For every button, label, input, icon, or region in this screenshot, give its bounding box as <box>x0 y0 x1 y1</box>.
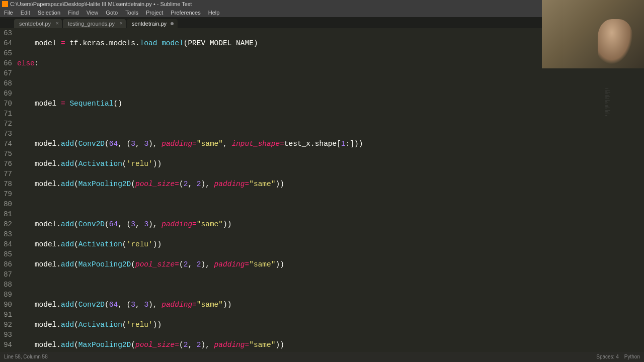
line-number: 78 <box>2 179 12 189</box>
line-number: 92 <box>2 320 12 330</box>
line-number: 89 <box>2 290 12 300</box>
status-bar: Line 58, Column 58 Spaces: 4 Python <box>0 352 644 362</box>
line-number-gutter: 6364656667686970717273747576777879808182… <box>0 28 16 353</box>
close-icon[interactable]: × <box>56 20 59 26</box>
line-number: 82 <box>2 219 12 229</box>
status-line-col[interactable]: Line 58, Column 58 <box>4 352 48 362</box>
menu-selection[interactable]: Selection <box>35 10 63 16</box>
line-number: 91 <box>2 310 12 320</box>
status-spaces[interactable]: Spaces: 4 <box>596 354 618 359</box>
line-number: 90 <box>2 300 12 310</box>
tab-label: testing_grounds.py <box>68 21 115 27</box>
tab-testing-grounds[interactable]: testing_grounds.py × <box>63 19 126 28</box>
menu-preferences[interactable]: Preferences <box>168 10 203 16</box>
menu-edit[interactable]: Edit <box>18 10 33 16</box>
close-icon[interactable]: × <box>120 20 123 26</box>
line-number: 88 <box>2 280 12 290</box>
line-number: 66 <box>2 58 12 68</box>
line-number: 94 <box>2 340 12 350</box>
menu-help[interactable]: Help <box>205 10 223 16</box>
menu-file[interactable]: File <box>1 10 16 16</box>
line-number: 64 <box>2 38 12 48</box>
line-number: 75 <box>2 149 12 159</box>
line-number: 68 <box>2 78 12 88</box>
tab-label: sentdetrain.py <box>132 21 167 27</box>
status-syntax[interactable]: Python <box>624 354 640 359</box>
line-number: 69 <box>2 88 12 99</box>
line-number: 63 <box>2 28 12 38</box>
line-number: 76 <box>2 159 12 169</box>
menu-goto[interactable]: Goto <box>103 10 121 16</box>
code-content[interactable]: model = tf.keras.models.load_model(PREV_… <box>16 28 644 353</box>
app-icon <box>2 1 8 7</box>
line-number: 81 <box>2 209 12 219</box>
line-number: 70 <box>2 99 12 109</box>
line-number: 65 <box>2 48 12 58</box>
menu-tools[interactable]: Tools <box>122 10 141 16</box>
unsaved-dot-icon <box>171 22 174 25</box>
minimap[interactable]: ▬▬▬▬▬▬▬▬▬▬▬▬▬▬▬▬▬▬▬▬▬▬▬▬▬▬▬▬▬▬▬▬▬▬▬▬▬▬▬▬… <box>603 28 644 353</box>
window-title: C:\Users\Paperspace\Desktop\Halite III M… <box>10 0 192 8</box>
line-number: 67 <box>2 68 12 78</box>
line-number: 71 <box>2 109 12 119</box>
line-number: 93 <box>2 330 12 340</box>
tab-sentdetrain[interactable]: sentdetrain.py <box>127 19 178 28</box>
line-number: 84 <box>2 239 12 249</box>
tab-sentdebot[interactable]: sentdebot.py × <box>14 19 62 28</box>
line-number: 80 <box>2 199 12 209</box>
tab-label: sentdebot.py <box>19 21 51 27</box>
line-number: 86 <box>2 259 12 269</box>
line-number: 87 <box>2 269 12 280</box>
line-number: 83 <box>2 229 12 239</box>
menu-view[interactable]: View <box>84 10 102 16</box>
menu-find[interactable]: Find <box>65 10 82 16</box>
line-number: 79 <box>2 189 12 199</box>
line-number: 77 <box>2 169 12 179</box>
menu-project[interactable]: Project <box>143 10 166 16</box>
webcam-overlay <box>542 0 644 68</box>
line-number: 74 <box>2 139 12 149</box>
line-number: 73 <box>2 129 12 139</box>
line-number: 72 <box>2 119 12 129</box>
editor-area[interactable]: 6364656667686970717273747576777879808182… <box>0 28 644 353</box>
line-number: 85 <box>2 249 12 259</box>
